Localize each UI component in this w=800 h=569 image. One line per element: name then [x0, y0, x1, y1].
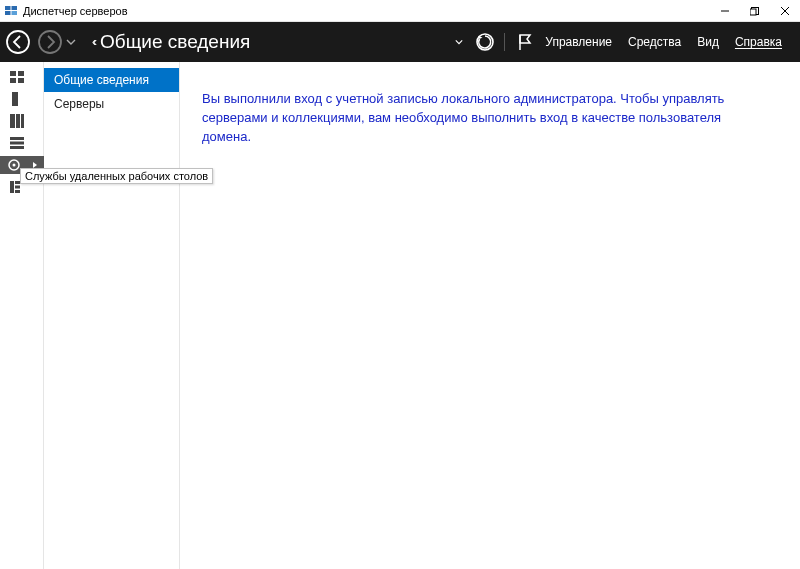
- titlebar: Диспетчер серверов: [0, 0, 800, 22]
- svg-rect-19: [16, 114, 20, 128]
- svg-rect-15: [10, 78, 16, 83]
- svg-rect-29: [15, 190, 20, 193]
- svg-rect-1: [12, 6, 18, 10]
- svg-rect-3: [12, 11, 18, 15]
- svg-rect-6: [750, 9, 756, 15]
- refresh-icon[interactable]: [472, 29, 498, 55]
- subnav-item-label: Общие сведения: [54, 73, 149, 87]
- menu-help[interactable]: Справка: [735, 35, 782, 49]
- breadcrumb: ‹‹ Общие сведения: [92, 31, 250, 53]
- svg-rect-22: [10, 142, 24, 145]
- svg-point-9: [7, 31, 29, 53]
- svg-rect-18: [10, 114, 15, 128]
- icon-rail: [0, 62, 44, 569]
- app-icon: [3, 3, 19, 19]
- rail-tooltip: Службы удаленных рабочих столов: [20, 168, 213, 184]
- content-pane: Вы выполнили вход с учетной записью лока…: [180, 62, 800, 569]
- sub-nav: Общие сведения Серверы: [44, 62, 180, 569]
- nav-forward-button[interactable]: [36, 28, 64, 56]
- subnav-overview[interactable]: Общие сведения: [44, 68, 179, 92]
- window-controls: [710, 1, 800, 21]
- rail-file-services-icon[interactable]: [0, 134, 44, 152]
- menu-view[interactable]: Вид: [697, 35, 719, 49]
- svg-rect-13: [10, 71, 16, 76]
- svg-rect-27: [15, 181, 20, 184]
- svg-rect-28: [15, 186, 20, 189]
- domain-login-warning: Вы выполнили вход с учетной записью лока…: [202, 90, 762, 147]
- subnav-servers[interactable]: Серверы: [44, 92, 179, 116]
- svg-rect-26: [10, 181, 14, 193]
- page-title: Общие сведения: [100, 31, 250, 53]
- minimize-button[interactable]: [710, 1, 740, 21]
- close-button[interactable]: [770, 1, 800, 21]
- body: Общие сведения Серверы Вы выполнили вход…: [0, 62, 800, 569]
- separator: [504, 33, 505, 51]
- flag-icon[interactable]: [511, 29, 537, 55]
- nav-history-dropdown[interactable]: [66, 33, 76, 51]
- svg-rect-16: [18, 78, 24, 83]
- svg-rect-17: [12, 92, 18, 106]
- svg-rect-0: [5, 6, 11, 10]
- menu-manage[interactable]: Управление: [545, 35, 612, 49]
- svg-rect-23: [10, 146, 24, 149]
- breadcrumb-caret-icon: ‹‹: [92, 35, 94, 49]
- subnav-item-label: Серверы: [54, 97, 104, 111]
- nav-back-button[interactable]: [4, 28, 32, 56]
- rail-local-server-icon[interactable]: [0, 90, 44, 108]
- rail-all-servers-icon[interactable]: [0, 112, 44, 130]
- header-toolbar: Управление Средства Вид Справка: [446, 29, 800, 55]
- svg-rect-20: [21, 114, 24, 128]
- rail-dashboard-icon[interactable]: [0, 68, 44, 86]
- dropdown-icon[interactable]: [446, 29, 472, 55]
- svg-point-10: [39, 31, 61, 53]
- svg-point-25: [12, 164, 15, 167]
- svg-rect-21: [10, 137, 24, 140]
- maximize-button[interactable]: [740, 1, 770, 21]
- header: ‹‹ Общие сведения Управление Средства Ви…: [0, 22, 800, 62]
- svg-rect-2: [5, 11, 11, 15]
- menu-tools[interactable]: Средства: [628, 35, 681, 49]
- svg-rect-14: [18, 71, 24, 76]
- window-title: Диспетчер серверов: [23, 5, 710, 17]
